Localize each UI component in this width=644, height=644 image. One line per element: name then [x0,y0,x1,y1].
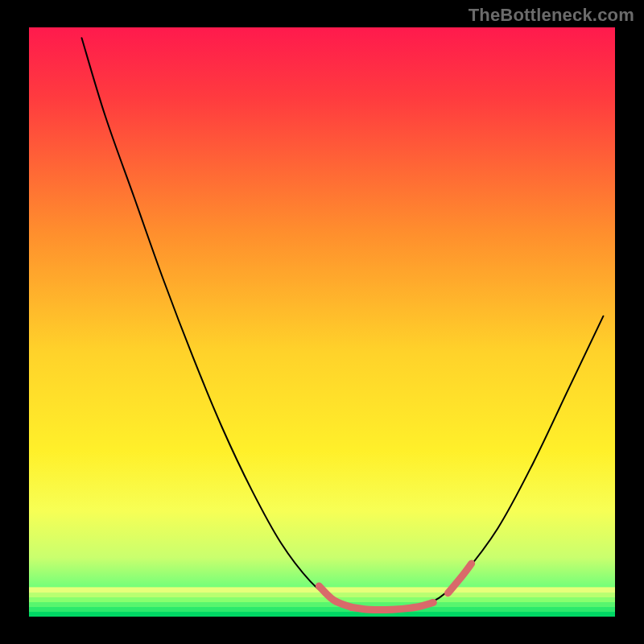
bottom-band [29,598,615,603]
chart-frame: TheBottleneck.com [0,0,644,644]
chart-svg [0,0,644,644]
bottom-band [29,607,615,612]
bottom-band [29,612,615,617]
gradient-background [29,27,615,617]
bottom-band [29,602,615,607]
watermark-text: TheBottleneck.com [469,5,634,26]
